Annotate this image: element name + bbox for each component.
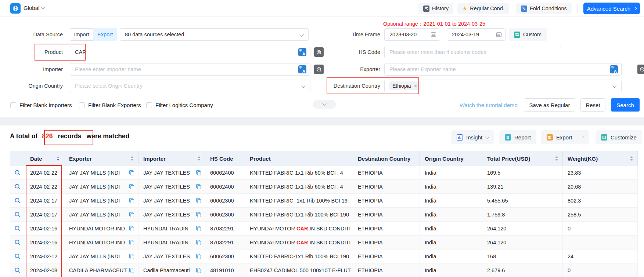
column-header-row-actions (10, 151, 25, 166)
importer-input[interactable] (70, 63, 310, 76)
calendar-icon[interactable] (431, 32, 436, 37)
filter-blank-exporters-checkbox[interactable] (79, 102, 85, 108)
copy-icon[interactable] (196, 226, 201, 232)
region-chevron-down-icon[interactable] (41, 5, 45, 9)
collapse-form-button[interactable] (313, 100, 336, 109)
remove-tag-icon[interactable]: ✕ (414, 83, 418, 89)
reset-button[interactable]: Reset (580, 98, 605, 112)
destination-tag-label: Ethiopia (392, 83, 411, 89)
cell-exporter: HYUNDAI MOTOR IND (64, 236, 138, 249)
copy-icon[interactable] (196, 254, 201, 259)
advanced-search-button[interactable]: Advanced Search (583, 3, 640, 14)
column-header-date[interactable]: Date (25, 151, 64, 166)
row-detail-button[interactable] (10, 222, 25, 235)
copy-icon[interactable] (129, 198, 134, 204)
star-icon: ★ (462, 6, 467, 11)
exporter-input[interactable] (384, 63, 622, 76)
calendar-icon[interactable] (496, 32, 502, 37)
copy-icon[interactable] (196, 212, 201, 218)
cell-product: HYUNDAI MOTORCARIN SKD CONDITI (245, 236, 353, 249)
filter-blank-importers-checkbox[interactable] (10, 102, 16, 108)
copy-icon[interactable] (196, 198, 201, 204)
cell-destination-country: ETHIOPIA (353, 263, 420, 277)
destination-country-select[interactable]: Ethiopia ✕ (384, 80, 622, 92)
fold-conditions-button[interactable]: Fold Conditions (516, 3, 572, 14)
report-button[interactable]: Report (499, 130, 536, 144)
search-button[interactable]: Search (611, 98, 640, 112)
row-detail-button[interactable] (10, 263, 25, 277)
copy-icon[interactable] (196, 267, 201, 273)
origin-country-select[interactable]: Please select Origin Country (70, 80, 310, 92)
column-header-label: Product (250, 156, 271, 162)
sort-carets-icon[interactable] (131, 156, 134, 161)
save-as-regular-button[interactable]: Save as Regular (524, 98, 575, 112)
column-header-importer[interactable]: Importer (138, 151, 205, 166)
exact-match-icon[interactable] (637, 65, 644, 74)
copy-icon[interactable] (129, 170, 134, 176)
custom-range-button[interactable]: Custom (509, 28, 547, 41)
copy-icon[interactable] (196, 184, 201, 190)
copy-icon[interactable] (129, 226, 134, 232)
column-header-product: Product (245, 151, 353, 166)
insight-button[interactable]: Insight (451, 130, 494, 144)
history-button[interactable]: History (418, 3, 453, 14)
copy-icon[interactable] (129, 212, 134, 218)
row-detail-button[interactable] (10, 249, 25, 263)
filter-blank-exporters-option: Filter Blank Exporters (79, 102, 141, 108)
fold-icon (521, 6, 527, 12)
custom-icon (514, 32, 520, 38)
row-detail-button[interactable] (10, 180, 25, 193)
export-button[interactable]: Export (541, 130, 589, 144)
sort-carets-icon[interactable] (198, 156, 201, 161)
sort-carets-icon[interactable] (555, 156, 558, 161)
cell-importer: JAY JAY TEXTILES (138, 208, 205, 221)
export-tab[interactable]: Export (93, 28, 117, 41)
customize-button[interactable]: Customize (596, 130, 642, 144)
data-source-label: Data Source (0, 32, 63, 37)
copy-icon[interactable] (129, 240, 134, 245)
hs-code-input[interactable] (384, 46, 561, 58)
cell-product: KNITTED FABRIC-1x1 Rib 60% BCI : 4 (245, 180, 353, 193)
row-detail-button[interactable] (10, 236, 25, 249)
export-chevron-down-icon[interactable] (583, 135, 585, 138)
translate-icon[interactable]: 中A (298, 65, 306, 73)
copy-icon[interactable] (129, 254, 134, 259)
regular-cond-button[interactable]: ★ Regular Cond. (457, 3, 509, 14)
row-detail-button[interactable] (10, 208, 25, 221)
summary-prefix: A total of (10, 132, 37, 140)
translate-icon[interactable]: 中A (298, 48, 306, 56)
copy-icon[interactable] (129, 184, 134, 190)
cell-total-price: 139.21 (482, 180, 563, 193)
importer-label: Importer (0, 66, 63, 72)
table-row: 2024-02-22JAY JAY MILLS (INDIJAY JAY TEX… (10, 166, 638, 180)
sort-carets-icon[interactable] (630, 156, 633, 161)
app-logo-icon[interactable] (10, 3, 21, 14)
tutorial-demo-link[interactable]: Watch the tutorial demo (460, 102, 518, 108)
translate-icon[interactable]: 中A (610, 65, 618, 73)
product-text: KNITTED FABRIC- 1x1 Rib 100% BCI 19 (250, 198, 348, 204)
trade-data-search-page: Global History ★ Regular Cond. Fold Cond… (0, 0, 644, 277)
data-sources-select[interactable]: 80 data sources selected (120, 28, 309, 41)
column-header-exporter[interactable]: Exporter (64, 151, 138, 166)
column-header-weight-kg-[interactable]: Weight(KG) (563, 151, 638, 166)
filter-logitics-company-checkbox[interactable] (146, 102, 152, 108)
importer-name: HYUNDAI TRADIN (143, 226, 188, 232)
product-input[interactable] (70, 46, 310, 58)
row-detail-button[interactable] (10, 194, 25, 207)
destination-country-tag: Ethiopia ✕ (389, 81, 421, 90)
copy-icon[interactable] (196, 240, 201, 245)
import-tab[interactable]: Import (70, 28, 93, 41)
row-detail-button[interactable] (10, 166, 25, 179)
data-source-toggle: Import Export (70, 28, 117, 41)
filter-logitics-company-label: Filter Logitics Company (155, 102, 213, 108)
copy-icon[interactable] (129, 267, 134, 273)
cell-weight: 0 (563, 222, 638, 235)
cell-exporter: CADILA PHARMACEUT (64, 263, 138, 277)
row-search-icon (14, 225, 21, 232)
column-header-total-price-usd-[interactable]: Total Price(USD) (482, 151, 563, 166)
sort-carets-icon[interactable] (57, 156, 60, 161)
copy-icon[interactable] (196, 170, 201, 176)
table-row: 2024-02-16HYUNDAI MOTOR INDHYUNDAI TRADI… (10, 222, 638, 236)
keyword-highlight: CAR (296, 226, 308, 232)
region-selector-label[interactable]: Global (24, 5, 39, 11)
